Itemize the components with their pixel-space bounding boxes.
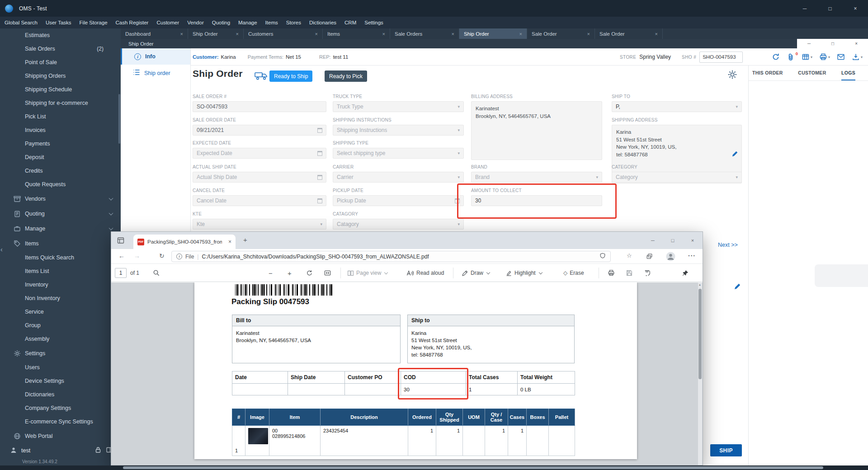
sidebar-item-group[interactable]: Group (0, 319, 121, 332)
sidebar-item-settings[interactable]: Settings (0, 346, 121, 361)
sidebar-item-service[interactable]: Service (0, 305, 121, 319)
sidebar-item-point-of-sale[interactable]: Point of Sale (0, 56, 121, 69)
new-tab-button[interactable]: + (243, 236, 247, 244)
sidebar-item-payments[interactable]: Payments (0, 137, 121, 150)
sidebar-item-assembly[interactable]: Assembly (0, 332, 121, 346)
tab-ship-order-active[interactable]: Ship Order× (459, 28, 527, 39)
back-icon[interactable]: ← (118, 253, 125, 259)
ready-to-ship-button[interactable]: Ready to Ship (269, 70, 312, 82)
sidebar-item-web-portal[interactable]: Web Portal (0, 428, 121, 443)
kte-select[interactable]: Kte▾ (193, 219, 326, 230)
minimize-button[interactable]: ─ (807, 41, 811, 46)
sale-order-no-input[interactable]: SO-0047593 (193, 101, 326, 112)
tab-customers[interactable]: Customers× (244, 28, 323, 39)
mail-icon[interactable] (837, 53, 845, 61)
sidebar-item-shipping-orders[interactable]: Shipping Orders (0, 69, 121, 83)
tab-sale-orders[interactable]: Sale Orders× (390, 28, 459, 39)
export-icon[interactable]: ▾ (852, 53, 863, 61)
sidebar-item-shipping-schedule[interactable]: Shipping Schedule (0, 83, 121, 96)
grid-view-icon[interactable]: ▾ (802, 53, 812, 61)
horizontal-scrollbar[interactable] (0, 465, 868, 470)
close-icon[interactable]: × (180, 31, 183, 37)
sidebar-item-invoices[interactable]: Invoices (0, 123, 121, 137)
sidebar-item-dictionaries[interactable]: Dictionaries (0, 388, 121, 401)
actual-ship-date-input[interactable]: Actual Ship Date (193, 172, 326, 183)
sidebar-item-company-settings[interactable]: Company Settings (0, 401, 121, 415)
menu-items[interactable]: Items (261, 17, 282, 28)
pickup-date-input[interactable]: Pickup Date (333, 195, 464, 206)
billing-address-textarea[interactable]: Karinatest Brooklyn, NY, 5464565767, USA (471, 101, 602, 160)
tab-sale-order-2[interactable]: Sale Order× (595, 28, 663, 39)
pdf-scrollbar[interactable]: ▲ (698, 282, 702, 465)
restore-button[interactable]: □ (817, 0, 843, 17)
menu-file-storage[interactable]: File Storage (75, 17, 112, 28)
print-icon[interactable] (608, 264, 615, 282)
profile-avatar[interactable] (666, 252, 675, 262)
restore-button[interactable]: □ (831, 41, 834, 46)
url-field[interactable]: i File | C:/Users/Karina_Shchitova/Downl… (171, 251, 611, 262)
close-icon[interactable]: × (236, 31, 239, 37)
nav-item-info[interactable]: i Info (121, 48, 190, 65)
nav-item-ship-order[interactable]: Ship order (121, 65, 190, 81)
maximize-button[interactable]: □ (663, 232, 683, 249)
refresh-icon[interactable]: ↻ (159, 253, 165, 259)
pdf-scrollbar-thumb[interactable] (698, 289, 702, 379)
page-view-button[interactable]: Page view (347, 264, 387, 282)
menu-user-tasks[interactable]: User Tasks (42, 17, 75, 28)
sidebar-item-items-quick-search[interactable]: Items Quick Search (0, 251, 121, 264)
sidebar-item-shipping-ecommerce[interactable]: Shipping for e-commerce (0, 96, 121, 110)
menu-quoting[interactable]: Quoting (208, 17, 234, 28)
brand-select[interactable]: Brand▾ (471, 172, 602, 183)
tab-actions-icon[interactable] (117, 236, 125, 246)
close-icon[interactable]: × (452, 31, 454, 37)
search-icon[interactable] (153, 264, 160, 282)
read-aloud-button[interactable]: Read aloud (406, 264, 444, 282)
sidebar-item-sale-orders[interactable]: Sale Orders(2) (0, 42, 121, 56)
tab-dashboard[interactable]: Dashboard× (121, 28, 188, 39)
carrier-select[interactable]: Carrier▾ (333, 172, 464, 183)
minimize-button[interactable]: ─ (792, 0, 817, 17)
sidebar-item-credits[interactable]: Credits (0, 164, 121, 178)
menu-vendor[interactable]: Vendor (183, 17, 208, 28)
lock-icon[interactable] (95, 446, 101, 455)
expected-date-input[interactable]: Expected Date (193, 148, 326, 159)
close-icon[interactable]: × (587, 31, 590, 37)
close-icon[interactable]: × (228, 239, 231, 245)
menu-global-search[interactable]: Global Search (0, 17, 42, 28)
shield-icon[interactable] (599, 253, 606, 261)
sidebar-item-device-settings[interactable]: Device Settings (0, 374, 121, 388)
rotate-icon[interactable] (306, 264, 313, 282)
shipping-type-select[interactable]: Select shipping type▾ (333, 148, 464, 159)
sidebar-scrollbar-thumb[interactable] (118, 94, 120, 144)
tab-sale-order-1[interactable]: Sale Order× (527, 28, 595, 39)
sidebar-item-inventory[interactable]: Inventory (0, 278, 121, 291)
menu-crm[interactable]: CRM (340, 17, 360, 28)
sidebar-item-items-list[interactable]: Items List (0, 264, 121, 278)
minimize-button[interactable]: ─ (643, 232, 663, 249)
close-button[interactable]: × (683, 232, 703, 249)
sidebar-item-quoting[interactable]: Quoting (0, 206, 121, 221)
sale-order-date-input[interactable]: 09/21/2021 (193, 125, 326, 136)
pin-toolbar-icon[interactable] (682, 264, 689, 282)
menu-cash-register[interactable]: Cash Register (112, 17, 153, 28)
ship-button[interactable]: SHIP (710, 444, 742, 456)
scroll-up-icon[interactable]: ▲ (698, 283, 701, 286)
sidebar-item-deposit[interactable]: Deposit (0, 150, 121, 164)
close-icon[interactable]: × (382, 31, 385, 37)
sidebar-item-non-inventory[interactable]: Non Inventory (0, 291, 121, 305)
amount-to-collect-input[interactable]: 30 (471, 195, 602, 206)
close-icon[interactable]: × (655, 31, 658, 37)
print-icon[interactable]: ▾ (819, 53, 830, 61)
save-as-icon[interactable] (644, 264, 651, 282)
attachment-icon[interactable]: 0 (787, 53, 795, 61)
edit-pencil-icon[interactable] (731, 150, 738, 160)
menu-manage[interactable]: Manage (234, 17, 261, 28)
edit-pencil-icon[interactable] (734, 283, 741, 292)
truck-type-select[interactable]: Truck Type▾ (333, 101, 464, 112)
sidebar-collapse-arrow-icon[interactable]: ‹ (0, 246, 3, 253)
page-number-input[interactable] (115, 268, 127, 278)
cancel-date-input[interactable]: Cancel Date (193, 195, 326, 206)
refresh-icon[interactable] (772, 53, 780, 61)
close-button[interactable]: × (843, 0, 868, 17)
close-button[interactable]: × (855, 41, 858, 46)
